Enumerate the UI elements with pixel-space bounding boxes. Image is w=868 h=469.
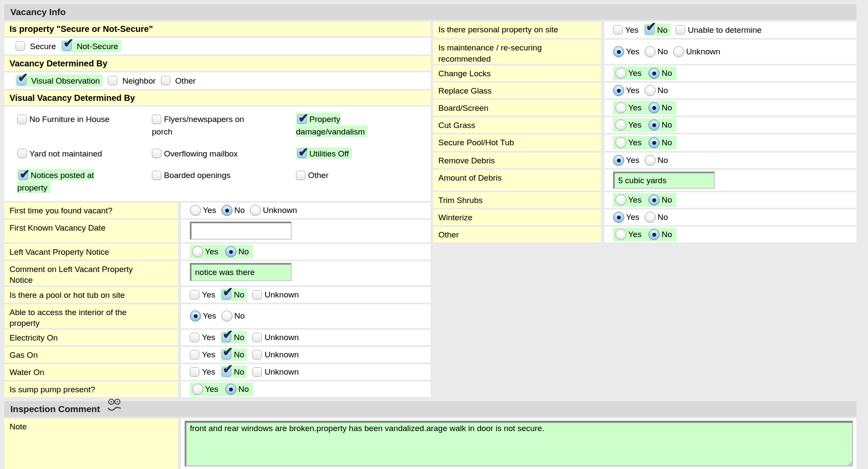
checkbox-option[interactable]: No: [220, 366, 247, 378]
checkbox-option[interactable]: Yes: [190, 350, 215, 360]
field-value: Yes No: [604, 66, 856, 81]
radio-icon: [615, 102, 626, 113]
row-first-known-vacancy-date: First Known Vacancy Date: [4, 220, 431, 242]
checkbox-option[interactable]: Unable to determine: [676, 25, 761, 35]
checkbox-option-visual-observation[interactable]: Visual Observation: [16, 75, 103, 87]
radio-option[interactable]: Unknown: [250, 205, 297, 216]
radio-option[interactable]: No: [648, 103, 672, 112]
row-cut-grass: Cut Grass Yes No: [433, 117, 856, 133]
radio-option[interactable]: No: [645, 46, 668, 57]
section-title: Vacancy Info: [10, 7, 66, 17]
radio-option[interactable]: Yes: [190, 310, 216, 322]
field-value: Yes No Unable to determine: [604, 22, 856, 38]
radio-selected-icon: [613, 85, 624, 96]
checkbox-option[interactable]: No: [644, 24, 670, 36]
row-comment-left-vacant-notice: Comment on Left Vacant Property Notice: [4, 261, 431, 285]
checkbox-option[interactable]: Boarded openings: [152, 170, 230, 179]
checkbox-checked-icon: [62, 41, 72, 51]
radio-group: Yes No: [613, 228, 676, 241]
field-value: Yes No: [181, 381, 431, 397]
checkbox-option[interactable]: Notices posted at property: [17, 169, 94, 193]
checkbox-option[interactable]: Property damage/vandalism: [296, 113, 368, 137]
checkbox-option[interactable]: No: [220, 348, 247, 361]
radio-selected-icon: [613, 212, 624, 223]
radio-option[interactable]: No: [645, 155, 668, 166]
checkbox-option-secure[interactable]: Secure: [16, 41, 56, 51]
field-label: Board/Screen: [433, 100, 601, 116]
row-remove-debris: Remove Debris Yes No: [433, 153, 856, 168]
field-value: Yes No Unknown: [181, 364, 431, 380]
checkbox-option[interactable]: No Furniture in House: [17, 114, 110, 123]
radio-group: Yes No: [190, 382, 253, 396]
checkbox-option[interactable]: Other: [296, 170, 329, 179]
radio-option[interactable]: No: [648, 138, 672, 147]
field-label: Is maintenance / re-securing recommended: [433, 40, 601, 64]
checkbox-option[interactable]: No: [220, 331, 247, 344]
checkbox-option[interactable]: Flyers/newspapers on porch: [152, 114, 244, 136]
checkbox-checked-icon: [645, 25, 654, 34]
radio-option[interactable]: Yes: [615, 120, 642, 129]
radio-option[interactable]: Yes: [190, 205, 216, 216]
checkbox-option[interactable]: Utilities Off: [296, 147, 352, 159]
radio-option[interactable]: Yes: [615, 103, 642, 112]
field-value: Yes No: [181, 244, 431, 260]
checkbox-icon: [190, 350, 199, 360]
checkbox-icon: [190, 367, 199, 377]
radio-option[interactable]: No: [648, 68, 672, 77]
checkbox-option[interactable]: Unknown: [252, 332, 299, 342]
checkbox-option-other[interactable]: Other: [161, 76, 196, 86]
field-label: First Known Vacancy Date: [4, 220, 178, 242]
radio-option[interactable]: No: [225, 384, 248, 393]
checkbox-option[interactable]: Unknown: [252, 290, 299, 300]
checkbox-option[interactable]: Yard not maintained: [17, 149, 102, 158]
checkbox-option[interactable]: Unknown: [252, 367, 299, 377]
first-known-vacancy-date-input[interactable]: [190, 222, 292, 240]
radio-option[interactable]: Unknown: [673, 46, 720, 57]
radio-selected-icon: [221, 205, 233, 216]
checkbox-option[interactable]: Yes: [190, 332, 215, 342]
checkbox-option-neighbor[interactable]: Neighbor: [108, 76, 155, 86]
checkbox-option[interactable]: Overflowing mailbox: [152, 149, 238, 158]
radio-option[interactable]: Yes: [615, 138, 642, 147]
radio-option[interactable]: Yes: [615, 68, 642, 77]
checkbox-option[interactable]: Yes: [190, 367, 215, 377]
radio-option[interactable]: Yes: [613, 155, 639, 166]
radio-option[interactable]: Yes: [613, 46, 639, 57]
field-label: Is there personal property on site: [433, 22, 601, 38]
radio-option[interactable]: No: [225, 247, 248, 256]
radio-option[interactable]: No: [221, 310, 245, 322]
field-value: Yes No: [604, 83, 856, 98]
radio-option[interactable]: Yes: [615, 195, 642, 204]
radio-option[interactable]: No: [648, 229, 672, 238]
radio-option[interactable]: No: [645, 212, 668, 223]
radio-option[interactable]: No: [648, 120, 672, 129]
radio-option[interactable]: Yes: [613, 85, 639, 96]
checkbox-option[interactable]: Unknown: [252, 350, 299, 360]
row-gas-on: Gas On Yes No Unknown: [4, 347, 431, 363]
checkbox-option[interactable]: Yes: [613, 25, 638, 35]
row-replace-glass: Replace Glass Yes No: [433, 83, 856, 98]
radio-option[interactable]: No: [221, 205, 245, 216]
inspection-note-textarea[interactable]: front and rear windows are broken.proper…: [185, 421, 853, 466]
radio-group: Yes No: [613, 101, 676, 115]
checkbox-option[interactable]: Yes: [190, 290, 215, 300]
radio-option[interactable]: Yes: [192, 247, 218, 256]
row-electricity-on: Electricity On Yes No Unknown: [4, 330, 431, 345]
radio-option[interactable]: No: [645, 85, 668, 96]
secure-options-row: Secure Not-Secure: [4, 38, 431, 54]
comment-left-vacant-notice-input[interactable]: [190, 263, 292, 281]
radio-selected-icon: [225, 384, 236, 395]
field-value: [604, 170, 856, 191]
field-value: Yes No Unknown: [604, 40, 856, 64]
radio-option[interactable]: No: [648, 195, 672, 204]
checkbox-option[interactable]: No: [220, 288, 247, 301]
radio-option[interactable]: Yes: [192, 384, 218, 393]
radio-option[interactable]: Yes: [615, 229, 642, 238]
checkbox-icon: [108, 76, 117, 85]
amount-of-debris-input[interactable]: [613, 172, 715, 189]
radio-icon: [615, 229, 626, 240]
checkbox-option-not-secure[interactable]: Not-Secure: [61, 40, 121, 53]
field-label: Left Vacant Property Notice: [4, 244, 178, 260]
radio-icon: [673, 46, 684, 57]
radio-option[interactable]: Yes: [613, 212, 639, 223]
